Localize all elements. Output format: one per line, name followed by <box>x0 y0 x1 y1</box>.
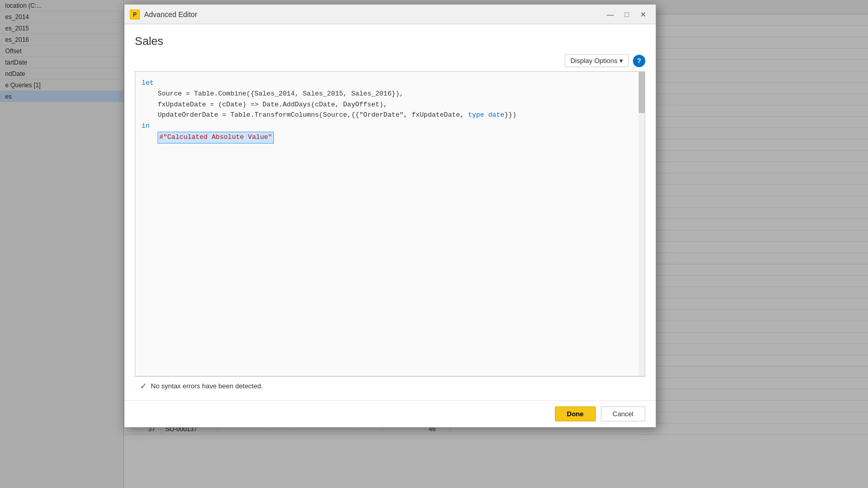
help-button[interactable]: ? <box>633 55 645 67</box>
query-name-title: Sales <box>135 35 645 48</box>
close-button[interactable]: ✕ <box>636 8 650 21</box>
check-icon: ✓ <box>140 381 147 391</box>
dialog-controls: — □ ✕ <box>603 8 650 21</box>
app-icon: P <box>130 9 140 20</box>
dialog-footer: Done Cancel <box>125 400 656 427</box>
scrollbar-thumb[interactable] <box>639 72 645 113</box>
dialog-body: Sales Display Options ▾ ? let Source = T… <box>125 24 656 400</box>
dialog-title: Advanced Editor <box>144 10 603 19</box>
display-options-button[interactable]: Display Options ▾ <box>565 54 629 67</box>
dialog-toolbar: Display Options ▾ ? <box>135 54 645 67</box>
scrollbar-track[interactable] <box>639 72 645 376</box>
help-icon: ? <box>637 57 641 65</box>
highlighted-expression[interactable]: #"Calculated Absolute Value" <box>158 132 273 144</box>
code-line-4: UpdateOrderDate = Table.TransformColumns… <box>142 110 639 121</box>
code-editor[interactable]: let Source = Table.Combine({Sales_2014, … <box>135 71 645 376</box>
maximize-button[interactable]: □ <box>619 8 634 21</box>
code-line-3: fxUpdateDate = (cDate) => Date.AddDays(c… <box>142 100 639 111</box>
app-icon-label: P <box>133 11 136 18</box>
code-line-2: Source = Table.Combine({Sales_2014, Sale… <box>142 89 639 100</box>
code-line-5: in <box>142 121 639 132</box>
done-button[interactable]: Done <box>555 406 596 421</box>
cancel-button[interactable]: Cancel <box>601 406 645 421</box>
code-line-1: let <box>142 78 639 89</box>
display-options-chevron: ▾ <box>619 57 623 65</box>
display-options-label: Display Options <box>570 57 617 65</box>
code-line-6[interactable]: #"Calculated Absolute Value" <box>142 132 639 144</box>
status-text: No syntax errors have been detected. <box>151 382 263 390</box>
dialog-titlebar: P Advanced Editor — □ ✕ <box>125 5 656 24</box>
status-bar: ✓ No syntax errors have been detected. <box>135 376 645 395</box>
minimize-button[interactable]: — <box>603 8 617 21</box>
advanced-editor-dialog: P Advanced Editor — □ ✕ Sales Display Op… <box>124 4 656 428</box>
